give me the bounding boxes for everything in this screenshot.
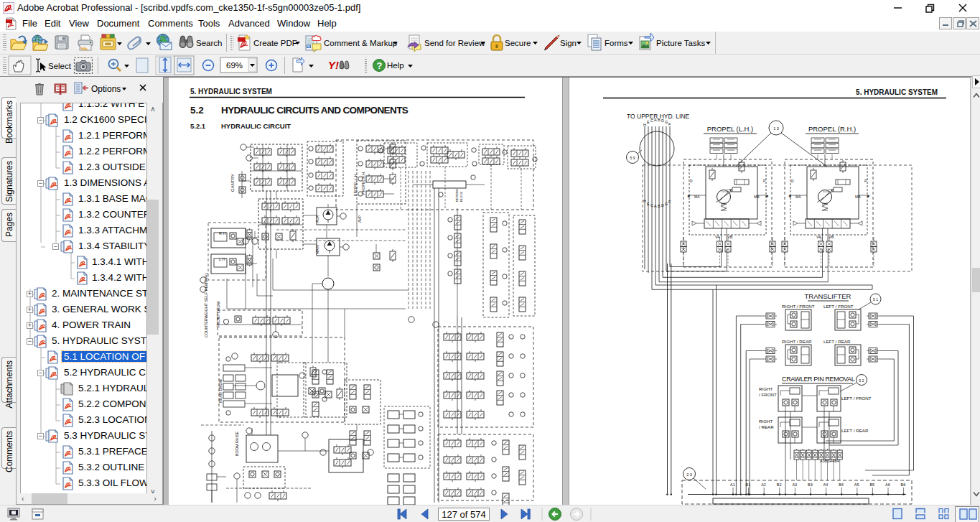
- svg-text:LEFT / FRONT: LEFT / FRONT: [841, 396, 872, 401]
- svg-text:HYDRAULIC CIRCUITS AND COMPONE: HYDRAULIC CIRCUITS AND COMPONENTS: [221, 105, 409, 116]
- svg-text:B: B: [658, 118, 661, 122]
- svg-text:G: G: [665, 120, 668, 124]
- svg-text:Secure: Secure: [505, 39, 531, 47]
- svg-text:RIGHT / FRONT: RIGHT / FRONT: [782, 304, 815, 309]
- svg-text:G: G: [665, 202, 668, 206]
- svg-text:A: A: [654, 204, 657, 208]
- svg-text:2 3: 2 3: [686, 472, 692, 477]
- svg-text:TRANSLIFTER: TRANSLIFTER: [805, 292, 851, 300]
- svg-text:PROPEL R.H.: PROPEL R.H.: [361, 171, 365, 195]
- svg-text:P: P: [864, 179, 867, 183]
- svg-text:D: D: [690, 179, 693, 183]
- svg-text:LEFT / FRONT: LEFT / FRONT: [823, 304, 854, 309]
- svg-text:FRONT DRUM: FRONT DRUM: [216, 301, 220, 327]
- svg-text:E: E: [647, 120, 650, 124]
- svg-text:A1: A1: [730, 483, 735, 487]
- svg-text:AVP: AVP: [358, 215, 362, 223]
- svg-text:C: C: [650, 203, 653, 208]
- svg-text:Select: Select: [48, 62, 72, 70]
- svg-text:Picture Tasks: Picture Tasks: [656, 39, 705, 47]
- svg-text:✱: ✱: [788, 194, 792, 198]
- svg-text:L H: L H: [219, 257, 225, 261]
- svg-text:69%: 69%: [226, 61, 243, 70]
- svg-text:✱: ✱: [687, 194, 691, 198]
- svg-text:E: E: [647, 202, 650, 206]
- svg-text:RIGHT: RIGHT: [759, 419, 773, 424]
- svg-text:COUNTERWEIGHT SELF REMOVAL: COUNTERWEIGHT SELF REMOVAL: [204, 273, 208, 337]
- svg-text:A: A: [654, 118, 657, 122]
- svg-text:B3: B3: [808, 483, 813, 487]
- svg-text:RIGHT: RIGHT: [759, 386, 773, 391]
- svg-text:BLOCK: BLOCK: [459, 192, 463, 202]
- svg-text:PROPEL L.H.: PROPEL L.H.: [353, 173, 358, 196]
- svg-text:Send for Review: Send for Review: [424, 39, 485, 47]
- svg-text:Help: Help: [387, 61, 404, 70]
- svg-text:A5: A5: [854, 483, 859, 487]
- svg-text:F: F: [668, 122, 671, 126]
- svg-text:R H: R H: [219, 231, 226, 236]
- svg-text:A3: A3: [792, 483, 797, 487]
- svg-text:VA: VA: [715, 235, 720, 239]
- svg-text:LEFT / REAR: LEFT / REAR: [823, 339, 851, 344]
- svg-text:?: ?: [377, 60, 383, 71]
- svg-text:1 3: 1 3: [773, 126, 779, 131]
- svg-text:A6: A6: [885, 483, 890, 487]
- svg-text:MAIN: MAIN: [315, 245, 319, 254]
- svg-text:Y!: Y!: [328, 59, 339, 71]
- svg-text:D: D: [661, 203, 664, 208]
- svg-text:B: B: [658, 204, 661, 208]
- svg-text:D: D: [791, 179, 794, 183]
- svg-text:5. HYDRAULIC SYSTEM: 5. HYDRAULIC SYSTEM: [856, 88, 938, 96]
- svg-text:B5: B5: [869, 483, 874, 487]
- svg-text:Sign: Sign: [560, 39, 577, 47]
- svg-text:RIGHT / REAR: RIGHT / REAR: [782, 339, 812, 344]
- svg-text:BOOM RAISE: BOOM RAISE: [235, 431, 239, 456]
- svg-text:HYDRAULIC CIRCUIT: HYDRAULIC CIRCUIT: [221, 122, 291, 130]
- svg-text:5.2: 5.2: [190, 105, 204, 116]
- svg-text:PROPEL (R.H.): PROPEL (R.H.): [808, 125, 856, 133]
- svg-text:/ FRONT: / FRONT: [759, 392, 777, 397]
- svg-text:P: P: [763, 179, 766, 183]
- svg-text:RETURN: RETURN: [455, 190, 459, 202]
- svg-text:5. HYDRAULIC SYSTEM: 5. HYDRAULIC SYSTEM: [190, 88, 272, 95]
- svg-text:C: C: [650, 118, 653, 123]
- svg-text:A2: A2: [761, 483, 766, 487]
- svg-text:H: H: [643, 123, 646, 127]
- svg-text:B1: B1: [746, 483, 751, 487]
- svg-text:B6: B6: [901, 483, 906, 487]
- svg-text:Create PDF: Create PDF: [253, 39, 297, 47]
- svg-text:/ REAR: / REAR: [759, 424, 774, 429]
- svg-text:AUX: AUX: [315, 215, 319, 223]
- svg-text:5 1: 5 1: [873, 297, 878, 302]
- svg-text:GANTRY: GANTRY: [230, 174, 235, 192]
- svg-text:H: H: [643, 199, 646, 203]
- svg-text:A4: A4: [823, 483, 829, 487]
- svg-text:5 9: 5 9: [630, 156, 635, 160]
- svg-text:LEFT / REAR: LEFT / REAR: [841, 428, 869, 433]
- svg-text:F: F: [668, 200, 671, 204]
- svg-text:VA: VA: [816, 235, 821, 239]
- svg-text:Search: Search: [196, 39, 222, 47]
- svg-text:CRAWLER PIN REMOVAL: CRAWLER PIN REMOVAL: [782, 376, 855, 383]
- svg-text:Comment & Markup: Comment & Markup: [324, 39, 397, 47]
- svg-text:5 2: 5 2: [859, 378, 864, 383]
- svg-text:✱: ✱: [867, 194, 870, 198]
- svg-text:Forms: Forms: [605, 39, 628, 47]
- svg-text:B2: B2: [777, 483, 782, 487]
- svg-text:D: D: [661, 118, 664, 123]
- svg-text:PROPEL (L.H.): PROPEL (L.H.): [707, 125, 754, 133]
- svg-text:✱: ✱: [765, 194, 769, 198]
- svg-text:B4: B4: [839, 483, 844, 487]
- svg-text:5.2.1: 5.2.1: [190, 122, 206, 130]
- svg-text:A3B3A4B4: A3B3A4B4: [820, 459, 839, 463]
